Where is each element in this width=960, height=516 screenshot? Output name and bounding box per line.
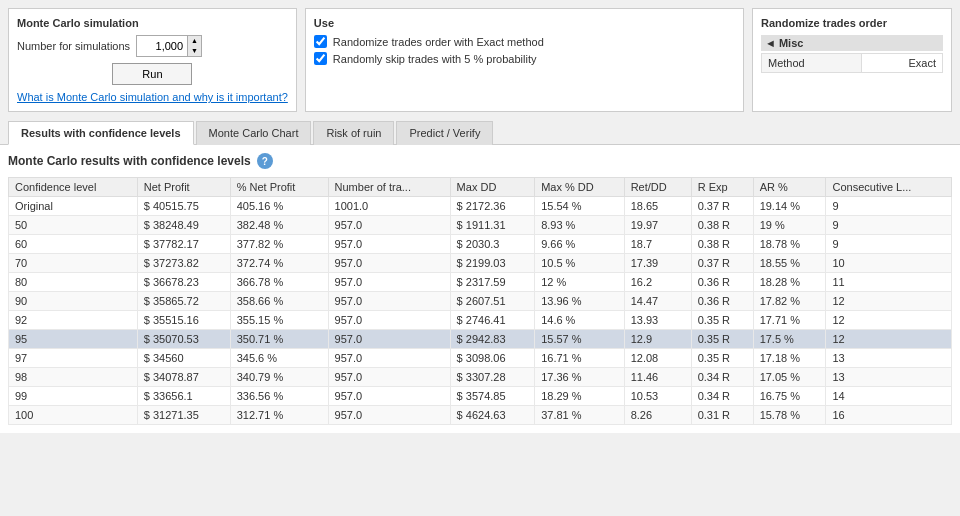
checkbox-row-1: Randomize trades order with Exact method: [314, 35, 735, 48]
checkbox-1[interactable]: [314, 35, 327, 48]
table-cell: $ 4624.63: [450, 406, 535, 425]
table-cell: 957.0: [328, 273, 450, 292]
tab-predict-verify[interactable]: Predict / Verify: [396, 121, 493, 145]
table-cell: 957.0: [328, 406, 450, 425]
table-cell: 1001.0: [328, 197, 450, 216]
table-cell: 12.9: [624, 330, 691, 349]
table-cell: $ 37273.82: [137, 254, 230, 273]
table-header: Net Profit: [137, 178, 230, 197]
table-cell: 355.15 %: [230, 311, 328, 330]
table-cell: $ 34560: [137, 349, 230, 368]
table-cell: 18.55 %: [753, 254, 826, 273]
table-cell: 16.71 %: [535, 349, 625, 368]
table-row[interactable]: 95$ 35070.53350.71 %957.0$ 2942.8315.57 …: [9, 330, 952, 349]
run-button[interactable]: Run: [112, 63, 192, 85]
table-cell: 372.74 %: [230, 254, 328, 273]
misc-header[interactable]: ◄ Misc: [761, 35, 943, 51]
table-cell: $ 3307.28: [450, 368, 535, 387]
table-cell: 17.36 %: [535, 368, 625, 387]
table-cell: 0.38 R: [691, 216, 753, 235]
table-cell: $ 35865.72: [137, 292, 230, 311]
table-cell: 405.16 %: [230, 197, 328, 216]
table-cell: 19.97: [624, 216, 691, 235]
table-cell: 957.0: [328, 235, 450, 254]
table-cell: 13: [826, 368, 952, 387]
table-cell: 0.35 R: [691, 330, 753, 349]
method-value: Exact: [861, 54, 942, 73]
table-cell: 19 %: [753, 216, 826, 235]
method-label: Method: [762, 54, 862, 73]
table-cell: 957.0: [328, 387, 450, 406]
table-cell: 0.38 R: [691, 235, 753, 254]
table-row[interactable]: 99$ 33656.1336.56 %957.0$ 3574.8518.29 %…: [9, 387, 952, 406]
table-row[interactable]: 50$ 38248.49382.48 %957.0$ 1911.318.93 %…: [9, 216, 952, 235]
table-cell: 50: [9, 216, 138, 235]
monte-carlo-panel: Monte Carlo simulation Number for simula…: [8, 8, 297, 112]
table-row[interactable]: 92$ 35515.16355.15 %957.0$ 2746.4114.6 %…: [9, 311, 952, 330]
table-cell: 13.93: [624, 311, 691, 330]
table-cell: 18.29 %: [535, 387, 625, 406]
mc-info-link[interactable]: What is Monte Carlo simulation and why i…: [17, 91, 288, 103]
table-cell: 10.5 %: [535, 254, 625, 273]
results-section: Monte Carlo results with confidence leve…: [0, 145, 960, 433]
table-row[interactable]: 90$ 35865.72358.66 %957.0$ 2607.5113.96 …: [9, 292, 952, 311]
table-cell: 14: [826, 387, 952, 406]
table-header: R Exp: [691, 178, 753, 197]
table-cell: 340.79 %: [230, 368, 328, 387]
table-cell: 12: [826, 311, 952, 330]
spinner-up-button[interactable]: ▲: [188, 36, 201, 46]
checkbox-label-1: Randomize trades order with Exact method: [333, 36, 544, 48]
table-cell: $ 1911.31: [450, 216, 535, 235]
table-header: Ret/DD: [624, 178, 691, 197]
table-cell: 98: [9, 368, 138, 387]
table-cell: 12: [826, 292, 952, 311]
help-icon[interactable]: ?: [257, 153, 273, 169]
table-cell: 80: [9, 273, 138, 292]
table-cell: $ 2942.83: [450, 330, 535, 349]
tab-results-confidence[interactable]: Results with confidence levels: [8, 121, 194, 145]
table-cell: 95: [9, 330, 138, 349]
results-title-row: Monte Carlo results with confidence leve…: [8, 153, 952, 169]
table-row[interactable]: 80$ 36678.23366.78 %957.0$ 2317.5912 %16…: [9, 273, 952, 292]
table-cell: 9: [826, 197, 952, 216]
table-cell: 10.53: [624, 387, 691, 406]
table-cell: $ 2746.41: [450, 311, 535, 330]
table-row[interactable]: 97$ 34560345.6 %957.0$ 3098.0616.71 %12.…: [9, 349, 952, 368]
checkbox-2[interactable]: [314, 52, 327, 65]
table-row[interactable]: 60$ 37782.17377.82 %957.0$ 2030.39.66 %1…: [9, 235, 952, 254]
table-cell: 18.65: [624, 197, 691, 216]
table-cell: 957.0: [328, 292, 450, 311]
table-cell: 18.7: [624, 235, 691, 254]
table-cell: $ 37782.17: [137, 235, 230, 254]
table-row[interactable]: 100$ 31271.35312.71 %957.0$ 4624.6337.81…: [9, 406, 952, 425]
table-cell: 0.36 R: [691, 273, 753, 292]
table-cell: $ 3098.06: [450, 349, 535, 368]
table-cell: 15.78 %: [753, 406, 826, 425]
table-cell: $ 35515.16: [137, 311, 230, 330]
table-header: Number of tra...: [328, 178, 450, 197]
misc-row-method: Method Exact: [762, 54, 943, 73]
table-cell: 13.96 %: [535, 292, 625, 311]
table-cell: $ 2607.51: [450, 292, 535, 311]
table-cell: 16: [826, 406, 952, 425]
randomize-panel: Randomize trades order ◄ Misc Method Exa…: [752, 8, 952, 112]
misc-section: ◄ Misc Method Exact: [761, 35, 943, 73]
table-header: Max DD: [450, 178, 535, 197]
num-simulations-input-container: ▲ ▼: [136, 35, 202, 57]
table-row[interactable]: 70$ 37273.82372.74 %957.0$ 2199.0310.5 %…: [9, 254, 952, 273]
table-cell: 0.36 R: [691, 292, 753, 311]
table-cell: 17.5 %: [753, 330, 826, 349]
table-row[interactable]: Original$ 40515.75405.16 %1001.0$ 2172.3…: [9, 197, 952, 216]
checkbox-label-2: Randomly skip trades with 5 % probabilit…: [333, 53, 537, 65]
table-cell: 350.71 %: [230, 330, 328, 349]
table-cell: 15.57 %: [535, 330, 625, 349]
table-row[interactable]: 98$ 34078.87340.79 %957.0$ 3307.2817.36 …: [9, 368, 952, 387]
table-cell: 14.47: [624, 292, 691, 311]
tab-monte-carlo-chart[interactable]: Monte Carlo Chart: [196, 121, 312, 145]
table-cell: 99: [9, 387, 138, 406]
num-simulations-input[interactable]: [137, 38, 187, 54]
tab-risk-of-ruin[interactable]: Risk of ruin: [313, 121, 394, 145]
spinner-down-button[interactable]: ▼: [188, 46, 201, 56]
checkbox-row-2: Randomly skip trades with 5 % probabilit…: [314, 52, 735, 65]
table-cell: 11.46: [624, 368, 691, 387]
